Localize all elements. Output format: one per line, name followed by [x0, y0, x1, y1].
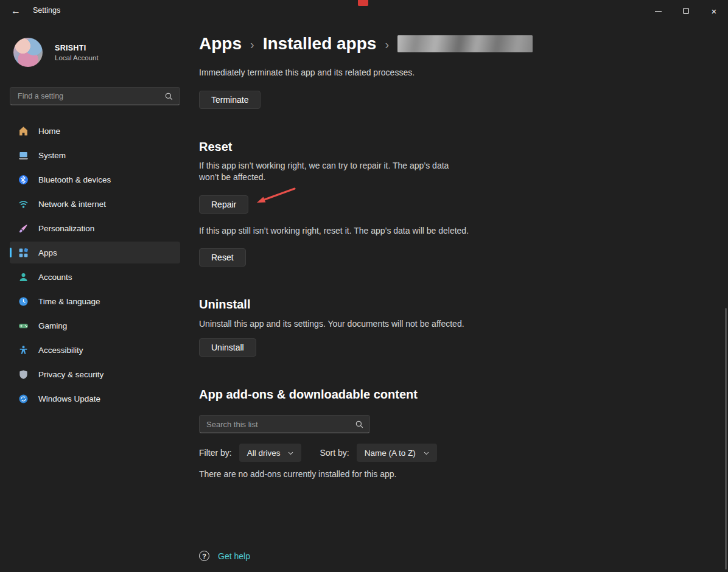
privacy-security-icon — [18, 369, 29, 380]
sidebar-item-label: Apps — [38, 248, 57, 257]
search-icon — [164, 92, 173, 101]
account-header[interactable]: SRISHTI Local Account — [13, 38, 99, 67]
selected-accent-bar — [10, 248, 12, 257]
sidebar-item-label: Personalization — [38, 224, 94, 233]
maximize-icon — [683, 8, 689, 14]
repair-description: If this app isn’t working right, we can … — [199, 160, 460, 183]
sidebar: SRISHTI Local Account Home System Blueto… — [0, 22, 190, 572]
window-title: Settings — [33, 6, 60, 15]
sidebar-item-personalization[interactable]: Personalization — [10, 217, 180, 239]
uninstall-section-title: Uninstall — [199, 298, 250, 312]
maximize-button[interactable] — [672, 0, 700, 22]
account-type: Local Account — [55, 54, 99, 61]
sort-dropdown-value: Name (A to Z) — [365, 448, 416, 458]
sidebar-item-label: Bluetooth & devices — [38, 175, 111, 184]
accessibility-icon — [18, 344, 29, 355]
filter-by-label: Filter by: — [199, 448, 232, 458]
scrollbar-thumb[interactable] — [725, 308, 727, 570]
breadcrumb-separator: › — [385, 38, 389, 52]
breadcrumb-installed-apps[interactable]: Installed apps — [263, 34, 377, 54]
filter-dropdown-value: All drives — [247, 448, 281, 458]
sidebar-item-time-language[interactable]: Time & language — [10, 290, 180, 312]
titlebar: ← Settings × — [0, 0, 728, 22]
addons-search — [199, 415, 370, 433]
settings-window: ← Settings × SRISHTI Local Account — [0, 0, 728, 572]
annotation-arrow — [248, 185, 299, 208]
sidebar-item-label: Windows Update — [38, 394, 100, 403]
redacted-app-name — [397, 35, 533, 52]
chevron-down-icon — [423, 450, 430, 456]
sidebar-item-home[interactable]: Home — [10, 120, 180, 142]
addons-section-title: App add-ons & downloadable content — [199, 388, 418, 402]
close-button[interactable]: × — [700, 0, 728, 22]
sidebar-item-label: Time & language — [38, 297, 100, 306]
bluetooth-icon — [18, 174, 29, 185]
avatar — [13, 38, 43, 67]
filter-sort-row: Filter by: All drives Sort by: Name (A t… — [199, 444, 437, 462]
terminate-button[interactable]: Terminate — [199, 91, 261, 109]
terminate-description: Immediately terminate this app and its r… — [199, 67, 415, 78]
sidebar-item-label: Gaming — [38, 321, 67, 330]
window-controls: × — [644, 0, 728, 22]
chevron-down-icon — [287, 450, 294, 456]
settings-search — [10, 87, 180, 105]
redacted-mark — [358, 0, 368, 6]
sidebar-item-windows-update[interactable]: Windows Update — [10, 388, 180, 410]
get-help-link[interactable]: Get help — [218, 551, 250, 561]
sidebar-item-label: Accounts — [38, 273, 72, 282]
sidebar-item-privacy-security[interactable]: Privacy & security — [10, 363, 180, 385]
uninstall-button[interactable]: Uninstall — [199, 338, 256, 357]
addons-search-input[interactable] — [200, 420, 355, 429]
sidebar-item-label: Home — [38, 127, 60, 136]
uninstall-description: Uninstall this app and its settings. You… — [199, 318, 464, 330]
sidebar-item-label: Privacy & security — [38, 370, 103, 379]
sidebar-item-label: System — [38, 151, 66, 160]
sidebar-item-accounts[interactable]: Accounts — [10, 266, 180, 288]
system-icon — [18, 150, 29, 161]
get-help-icon: ? — [199, 551, 209, 561]
gaming-icon — [18, 320, 29, 331]
minimize-button[interactable] — [644, 0, 672, 22]
sidebar-item-gaming[interactable]: Gaming — [10, 315, 180, 337]
breadcrumb: Apps › Installed apps › — [199, 34, 533, 54]
close-icon: × — [712, 6, 717, 16]
user-name: SRISHTI — [55, 44, 99, 52]
windows-update-icon — [18, 393, 29, 404]
reset-button[interactable]: Reset — [199, 248, 246, 267]
repair-button[interactable]: Repair — [199, 195, 248, 214]
accounts-icon — [18, 271, 29, 282]
time-language-icon — [18, 296, 29, 307]
breadcrumb-apps[interactable]: Apps — [199, 34, 242, 54]
sidebar-item-bluetooth[interactable]: Bluetooth & devices — [10, 169, 180, 190]
sidebar-item-label: Accessibility — [38, 346, 83, 355]
sidebar-item-label: Network & internet — [38, 200, 106, 209]
sidebar-item-network[interactable]: Network & internet — [10, 193, 180, 215]
back-button[interactable]: ← — [6, 2, 26, 20]
network-icon — [18, 198, 29, 209]
home-icon — [18, 125, 29, 136]
sidebar-nav: Home System Bluetooth & devices Network … — [10, 120, 180, 412]
sidebar-item-apps[interactable]: Apps — [10, 242, 180, 263]
minimize-icon — [655, 11, 662, 12]
breadcrumb-separator: › — [250, 38, 254, 52]
reset-section-title: Reset — [199, 140, 232, 154]
sort-by-label: Sort by: — [320, 448, 349, 458]
settings-search-input[interactable] — [10, 92, 164, 100]
personalization-icon — [18, 223, 29, 234]
reset-description: If this app still isn’t working right, r… — [199, 225, 469, 237]
search-icon — [355, 420, 364, 429]
sidebar-item-system[interactable]: System — [10, 144, 180, 166]
sort-dropdown[interactable]: Name (A to Z) — [357, 444, 437, 462]
filter-dropdown[interactable]: All drives — [239, 444, 302, 462]
apps-icon — [18, 247, 29, 258]
get-help-row: ? Get help — [199, 551, 250, 561]
addons-empty-message: There are no add-ons currently installed… — [199, 469, 397, 480]
sidebar-item-accessibility[interactable]: Accessibility — [10, 339, 180, 361]
